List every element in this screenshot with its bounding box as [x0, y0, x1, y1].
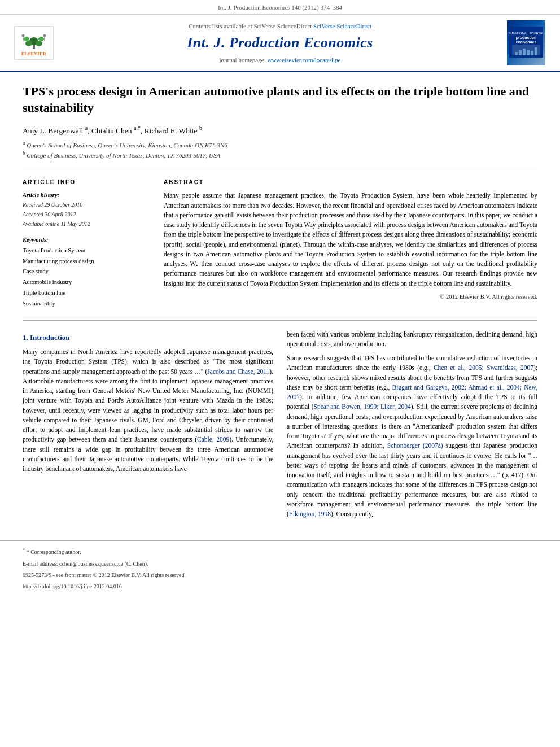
svg-text:production: production	[516, 36, 537, 40]
body-divider	[23, 320, 537, 321]
copyright-line: © 2012 Elsevier B.V. All rights reserved…	[164, 293, 537, 302]
abstract-col: ABSTRACT Many people assume that Japanes…	[164, 178, 537, 308]
svg-point-6	[22, 34, 25, 37]
body-col-left: 1. Introduction Many companies in North …	[23, 330, 273, 524]
journal-cover-thumbnail: INTERNATIONAL JOURNAL OF production econ…	[507, 20, 545, 65]
history-received: Received 29 October 2010	[23, 202, 82, 208]
section-title: 1. Introduction	[23, 332, 273, 343]
affiliations: a Queen's School of Business, Queen's Un…	[23, 139, 537, 160]
journal-header-center: Contents lists available at SciVerse Sci…	[62, 20, 498, 65]
sciverse-line: Contents lists available at SciVerse Sci…	[62, 22, 498, 30]
keyword-6: Sustainability	[23, 300, 55, 307]
keyword-5: Triple bottom line	[23, 290, 65, 296]
keywords-section: Keywords: Toyota Production System Manuf…	[23, 234, 147, 308]
issn-line: 0925-5273/$ - see front matter © 2012 El…	[23, 571, 537, 580]
intro-para-1: Many companies in North America have rep…	[23, 347, 273, 474]
history-available: Available online 11 May 2012	[23, 221, 90, 227]
email-line: E-mail address: cchen@business.queensu.c…	[23, 560, 537, 569]
sciverse-link[interactable]: SciVerse ScienceDirect	[313, 23, 371, 29]
email-address: cchen@business.queensu.ca (C. Chen).	[59, 561, 148, 567]
svg-text:economics: economics	[516, 40, 537, 44]
email-label: E-mail address:	[23, 561, 58, 567]
abstract-header: ABSTRACT	[164, 178, 537, 186]
intro-para-2: been faced with various problems includi…	[287, 330, 537, 350]
svg-rect-15	[515, 52, 518, 55]
journal-homepage: journal homepage: www.elsevier.com/locat…	[62, 56, 498, 64]
svg-rect-17	[523, 49, 526, 55]
svg-point-8	[43, 34, 46, 37]
intro-para-3: Some research suggests that TPS has cont…	[287, 353, 537, 519]
corresponding-author-note: * * Corresponding author.	[23, 547, 537, 557]
cover-text: INTERNATIONAL JOURNAL OF production econ…	[509, 27, 543, 59]
page-wrapper: Int. J. Production Economics 140 (2012) …	[0, 0, 560, 599]
article-info-col: ARTICLE INFO Article history: Received 2…	[23, 178, 147, 308]
article-content: TPS's process design in American automot…	[0, 72, 560, 540]
article-history: Article history: Received 29 October 201…	[23, 191, 147, 229]
keyword-1: Toyota Production System	[23, 247, 85, 254]
keyword-4: Automobile industry	[23, 279, 72, 285]
journal-title: Int. J. Production Economics	[62, 33, 498, 53]
svg-rect-0	[33, 45, 35, 49]
keywords-label: Keywords:	[23, 237, 49, 243]
history-accepted: Accepted 30 April 2012	[23, 211, 76, 217]
doi-line: http://dx.doi.org/10.1016/j.ijpe.2012.04…	[23, 582, 537, 591]
svg-rect-19	[531, 51, 533, 55]
svg-point-4	[24, 37, 29, 41]
article-title: TPS's process design in American automot…	[23, 84, 537, 116]
svg-text:INTERNATIONAL JOURNAL OF: INTERNATIONAL JOURNAL OF	[509, 32, 543, 35]
history-label: Article history:	[23, 191, 147, 200]
keyword-3: Case study	[23, 268, 49, 274]
journal-homepage-link[interactable]: www.elsevier.com/locate/ijpe	[267, 56, 340, 63]
authors-line: Amy L. Bergenwall a, Chialin Chen a,*, R…	[23, 124, 537, 136]
body-two-col: 1. Introduction Many companies in North …	[23, 330, 537, 524]
journal-cover-area: INTERNATIONAL JOURNAL OF production econ…	[504, 20, 549, 65]
elsevier-tree-svg	[20, 29, 48, 50]
elsevier-logo: ELSEVIER	[14, 26, 54, 60]
journal-citation: Int. J. Production Economics 140 (2012) …	[218, 4, 342, 11]
svg-point-2	[25, 41, 32, 46]
svg-rect-20	[535, 47, 537, 55]
abstract-paragraph: Many people assume that Japanese managem…	[164, 191, 537, 289]
divider-1	[23, 169, 537, 169]
article-info-abstract-cols: ARTICLE INFO Article history: Received 2…	[23, 178, 537, 308]
body-col-right: been faced with various problems includi…	[287, 330, 537, 524]
elsevier-wordmark: ELSEVIER	[21, 51, 46, 57]
article-footer: * * Corresponding author. E-mail address…	[0, 540, 560, 599]
svg-point-5	[38, 37, 44, 41]
keyword-2: Manufacturing process design	[23, 258, 94, 264]
abstract-text: Many people assume that Japanese managem…	[164, 191, 537, 289]
journal-logo-area: ELSEVIER	[11, 20, 56, 65]
journal-header: ELSEVIER Contents lists available at Sci…	[0, 15, 560, 72]
journal-top-bar: Int. J. Production Economics 140 (2012) …	[0, 0, 560, 15]
svg-rect-18	[527, 50, 530, 55]
svg-rect-16	[519, 50, 522, 55]
svg-point-3	[36, 41, 42, 46]
article-info-header: ARTICLE INFO	[23, 178, 147, 186]
